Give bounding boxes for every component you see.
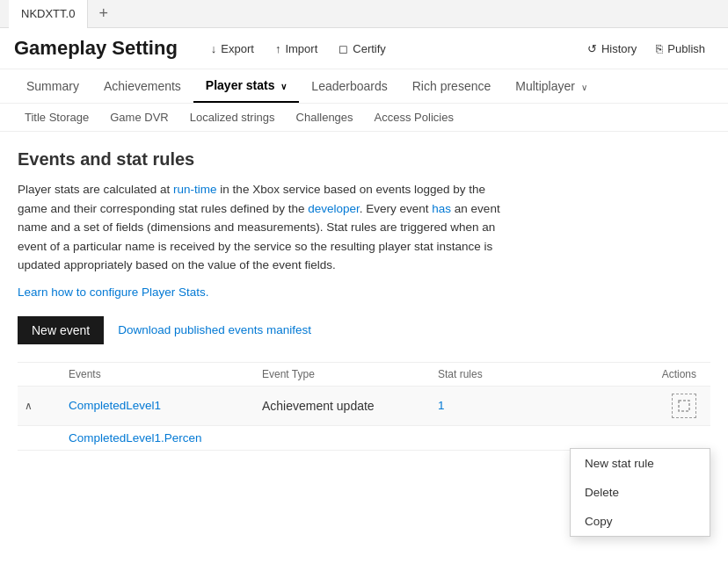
table-sub-row: CompletedLevel1.Percen xyxy=(18,426,710,451)
col-event-type: Event Type xyxy=(262,368,438,380)
nav-item-rich-presence[interactable]: Rich presence xyxy=(400,70,504,102)
col-events: Events xyxy=(69,368,262,380)
main-content: Events and stat rules Player stats are c… xyxy=(0,132,728,451)
history-icon: ↺ xyxy=(587,42,597,55)
actions-column xyxy=(614,394,703,418)
export-icon: ↓ xyxy=(211,42,217,55)
learn-link[interactable]: Learn how to configure Player Stats. xyxy=(18,286,710,299)
description-text: Player stats are calculated at run-time … xyxy=(18,180,510,275)
tab-label: NKDXTT.0 xyxy=(21,7,75,20)
new-event-button[interactable]: New event xyxy=(18,316,104,344)
col-actions: Actions xyxy=(614,368,703,380)
nav-item-challenges[interactable]: Challenges xyxy=(286,104,364,131)
context-menu-item-new-stat-rule[interactable]: New stat rule xyxy=(571,449,710,478)
context-menu-item-copy[interactable]: Copy xyxy=(571,507,710,536)
nav-item-achievements[interactable]: Achievements xyxy=(91,70,193,102)
event-type: Achievement update xyxy=(262,399,438,413)
actions-row: New event Download published events mani… xyxy=(18,316,710,344)
row-actions-button[interactable] xyxy=(672,394,696,418)
table-header: Events Event Type Stat rules Actions xyxy=(18,363,710,387)
tab-item-nkdxtt[interactable]: NKDXTT.0 xyxy=(9,0,88,28)
new-tab-button[interactable]: + xyxy=(88,0,119,28)
import-button[interactable]: ↑ Import xyxy=(266,38,326,60)
description-part1: Player stats are calculated at run-time … xyxy=(18,183,500,271)
header: Gameplay Setting ↓ Export ↑ Import ◻ Cer… xyxy=(0,28,728,69)
publish-button[interactable]: ⎘ Publish xyxy=(647,38,714,60)
certify-button[interactable]: ◻ Certify xyxy=(330,38,395,60)
tab-bar: NKDXTT.0 + xyxy=(0,0,728,28)
section-title: Events and stat rules xyxy=(18,149,710,170)
publish-icon: ⎘ xyxy=(656,42,663,55)
import-icon: ↑ xyxy=(275,42,281,55)
context-menu: New stat rule Delete Copy xyxy=(570,448,710,537)
secondary-nav: Title Storage Game DVR Localized strings… xyxy=(0,104,728,132)
download-manifest-button[interactable]: Download published events manifest xyxy=(107,316,322,343)
col-stat-rules: Stat rules xyxy=(438,368,614,380)
page-title: Gameplay Setting xyxy=(14,37,178,60)
nav-item-player-stats[interactable]: Player stats ∨ xyxy=(193,69,300,103)
context-menu-item-delete[interactable]: Delete xyxy=(571,478,710,507)
svg-rect-0 xyxy=(679,401,689,411)
certify-icon: ◻ xyxy=(339,42,348,55)
primary-nav: Summary Achievements Player stats ∨ Lead… xyxy=(0,69,728,104)
player-stats-chevron: ∨ xyxy=(280,82,287,91)
event-name-link[interactable]: CompletedLevel1 xyxy=(69,399,262,412)
nav-item-access-policies[interactable]: Access Policies xyxy=(364,104,464,131)
nav-item-title-storage[interactable]: Title Storage xyxy=(14,104,99,131)
nav-item-localized-strings[interactable]: Localized strings xyxy=(179,104,286,131)
right-actions: ↺ History ⎘ Publish xyxy=(579,38,714,60)
table-row: ∧ CompletedLevel1 Achievement update 1 xyxy=(18,387,710,426)
events-table: Events Event Type Stat rules Actions ∧ C… xyxy=(18,362,710,451)
row-expand-button[interactable]: ∧ xyxy=(25,400,69,412)
col-expand xyxy=(25,368,69,380)
header-actions: ↓ Export ↑ Import ◻ Certify ↺ History ⎘ … xyxy=(202,38,714,60)
nav-item-game-dvr[interactable]: Game DVR xyxy=(99,104,178,131)
stat-rules-count[interactable]: 1 xyxy=(438,399,614,412)
nav-item-leaderboards[interactable]: Leaderboards xyxy=(299,70,399,102)
nav-item-summary[interactable]: Summary xyxy=(14,70,91,102)
multiplayer-chevron: ∨ xyxy=(581,83,587,92)
nav-item-multiplayer[interactable]: Multiplayer ∨ xyxy=(503,70,600,102)
history-button[interactable]: ↺ History xyxy=(579,38,645,60)
export-button[interactable]: ↓ Export xyxy=(202,38,263,60)
sub-event-name[interactable]: CompletedLevel1.Percen xyxy=(69,431,614,445)
